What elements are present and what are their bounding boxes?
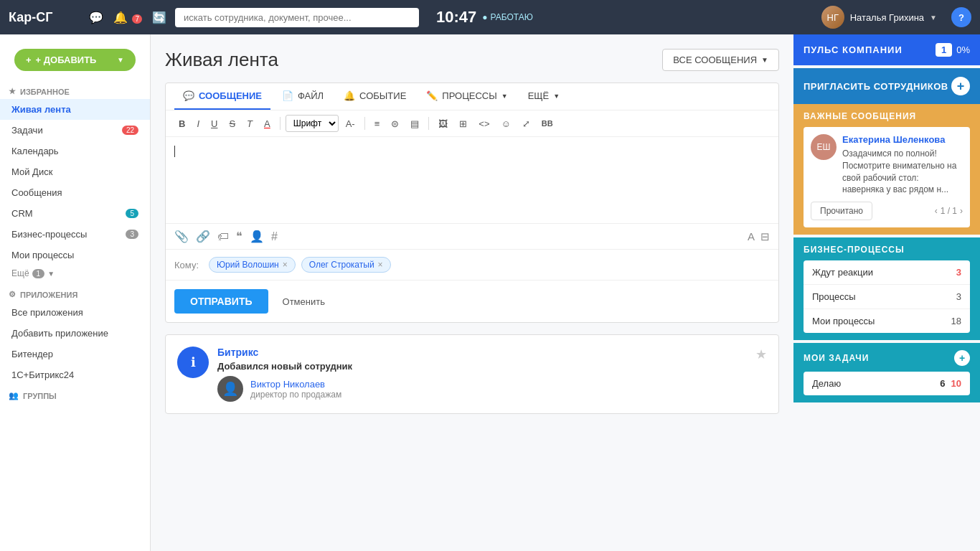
tasks-badge: 22 bbox=[122, 126, 138, 135]
recipient-1-name: Юрий Волошин bbox=[217, 260, 279, 270]
favorites-section[interactable]: ★ ИЗБРАННОЕ bbox=[0, 81, 150, 99]
notification-badge: 7 bbox=[132, 14, 142, 24]
sidebar-item-messages[interactable]: Сообщения bbox=[0, 182, 150, 203]
read-button[interactable]: Прочитано bbox=[811, 202, 872, 220]
tag-icon[interactable]: 🏷 bbox=[217, 230, 229, 243]
emoji-button[interactable]: ☺ bbox=[496, 116, 514, 131]
user-menu[interactable]: НГ Наталья Грихина ▼ bbox=[821, 6, 937, 29]
sidebar-item-allapps[interactable]: Все приложения bbox=[0, 302, 150, 323]
recipient-chip-2[interactable]: Олег Строкатый × bbox=[301, 257, 391, 273]
tab-event[interactable]: 🔔 СОБЫТИЕ bbox=[335, 83, 415, 110]
send-button[interactable]: ОТПРАВИТЬ bbox=[174, 289, 268, 314]
invite-plus-button[interactable]: + bbox=[951, 77, 970, 95]
font-size-button[interactable]: А- bbox=[341, 116, 359, 131]
sidebar-item-tasks[interactable]: Задачи 22 bbox=[0, 120, 150, 141]
bizproc-row-3[interactable]: Мои процессы 18 bbox=[804, 309, 970, 333]
topbar: Кар-СГ 💬 🔔 7 🔄 10:47 ● РАБОТАЮ НГ Наталь… bbox=[0, 0, 980, 34]
sidebar-item-bitrix24[interactable]: 1С+Битрикс24 bbox=[0, 364, 150, 385]
sidebar-item-disk[interactable]: Мой Диск bbox=[0, 161, 150, 182]
help-button[interactable]: ? bbox=[951, 7, 971, 27]
table-button[interactable]: ⊞ bbox=[455, 116, 471, 131]
recipient-2-remove[interactable]: × bbox=[378, 260, 383, 270]
bizproc-label-2: Процессы bbox=[812, 291, 856, 302]
font-selector[interactable]: Шрифт bbox=[286, 115, 339, 132]
tab-file[interactable]: 📄 ФАЙЛ bbox=[273, 83, 332, 110]
sidebar-item-bitender[interactable]: Битендер bbox=[0, 344, 150, 364]
expand-editor-icon[interactable]: ⊟ bbox=[760, 230, 770, 243]
important-username[interactable]: Екатерина Шеленкова bbox=[842, 134, 963, 145]
status-display[interactable]: ● РАБОТАЮ bbox=[482, 12, 533, 22]
bold-button[interactable]: B bbox=[174, 116, 189, 131]
recipient-chip-1[interactable]: Юрий Волошин × bbox=[209, 257, 296, 273]
favorites-label: ИЗБРАННОЕ bbox=[20, 88, 70, 96]
topbar-icons: 💬 🔔 7 🔄 bbox=[89, 11, 166, 24]
sidebar-item-myproc[interactable]: Мои процессы bbox=[0, 245, 150, 265]
tasks-count-1: 6 bbox=[940, 378, 945, 389]
bullet-list-button[interactable]: ⊜ bbox=[387, 116, 403, 131]
sidebar-item-addapp[interactable]: Добавить приложение bbox=[0, 323, 150, 344]
notifications-icon[interactable]: 🔔 7 bbox=[113, 11, 142, 24]
ordered-list-button[interactable]: ≡ bbox=[370, 116, 385, 131]
attach-icon[interactable]: 📎 bbox=[174, 230, 189, 243]
text-format-icon[interactable]: A bbox=[748, 230, 755, 242]
post-avatar: ℹ bbox=[177, 347, 209, 378]
updates-icon[interactable]: 🔄 bbox=[152, 11, 166, 24]
italic2-button[interactable]: T bbox=[242, 116, 257, 131]
tab-more[interactable]: ЕЩЁ ▼ bbox=[519, 83, 568, 110]
search-input[interactable] bbox=[175, 8, 419, 27]
sidebar-item-calendar[interactable]: Календарь bbox=[0, 141, 150, 161]
tab-processes[interactable]: ✏️ ПРОЦЕССЫ ▼ bbox=[418, 83, 516, 110]
tasks-section-title: МОИ ЗАДАЧИ bbox=[804, 353, 869, 363]
recipient-1-remove[interactable]: × bbox=[283, 260, 288, 270]
tasks-row-1[interactable]: Делаю 6 10 bbox=[804, 372, 970, 395]
color-button[interactable]: A bbox=[260, 116, 275, 131]
person-name[interactable]: Виктор Николаев bbox=[250, 379, 341, 390]
status-dot: ● bbox=[482, 12, 487, 22]
username-label: Наталья Грихина bbox=[850, 12, 924, 23]
cancel-button[interactable]: Отменить bbox=[277, 290, 331, 314]
apps-section[interactable]: ⚙ ПРИЛОЖЕНИЯ bbox=[0, 284, 150, 302]
underline-button[interactable]: U bbox=[207, 116, 222, 131]
bizproc-label: Бизнес-процессы bbox=[11, 229, 87, 240]
status-label: РАБОТАЮ bbox=[491, 12, 533, 22]
strikethrough-button[interactable]: S bbox=[225, 116, 240, 131]
mention-icon[interactable]: 👤 bbox=[250, 230, 264, 243]
tasks-header: МОИ ЗАДАЧИ + bbox=[804, 350, 970, 366]
chat-icon[interactable]: 💬 bbox=[89, 11, 103, 24]
add-button[interactable]: ++ ДОБАВИТЬ ▼ bbox=[14, 49, 136, 71]
to-row: Кому: Юрий Волошин × Олег Строкатый × bbox=[166, 249, 778, 280]
sidebar-item-crm[interactable]: CRM 5 bbox=[0, 203, 150, 224]
proc-tab-label: ПРОЦЕССЫ bbox=[442, 90, 496, 101]
italic-button[interactable]: I bbox=[192, 116, 204, 131]
next-page-icon[interactable]: › bbox=[960, 206, 963, 216]
hyperlink-icon[interactable]: 🔗 bbox=[196, 230, 210, 243]
post-star-button[interactable]: ★ bbox=[755, 347, 767, 402]
page-nav: ‹ 1 / 1 › bbox=[935, 206, 963, 216]
sidebar-more[interactable]: Ещё 1 ▼ bbox=[0, 265, 150, 284]
bb-button[interactable]: BB bbox=[537, 117, 557, 130]
align-button[interactable]: ▤ bbox=[406, 116, 423, 131]
link-button[interactable]: <> bbox=[474, 116, 494, 131]
quote-icon[interactable]: ❝ bbox=[236, 230, 242, 243]
event-tab-label: СОБЫТИЕ bbox=[359, 90, 406, 101]
allapps-label: Все приложения bbox=[11, 307, 83, 318]
prev-page-icon[interactable]: ‹ bbox=[935, 206, 938, 216]
sidebar-item-bizproc[interactable]: Бизнес-процессы 3 bbox=[0, 224, 150, 245]
action-row: ОТПРАВИТЬ Отменить bbox=[166, 280, 778, 322]
sidebar-item-feed[interactable]: Живая лента bbox=[0, 99, 150, 120]
tab-message[interactable]: 💬 СООБЩЕНИЕ bbox=[174, 83, 270, 110]
image-button[interactable]: 🖼 bbox=[434, 116, 452, 131]
expand-button[interactable]: ⤢ bbox=[518, 116, 534, 131]
filter-button[interactable]: ВСЕ СООБЩЕНИЯ ▼ bbox=[662, 49, 779, 71]
bizproc-row-2[interactable]: Процессы 3 bbox=[804, 285, 970, 309]
tasks-plus-button[interactable]: + bbox=[954, 350, 970, 366]
editor-area[interactable] bbox=[166, 137, 778, 223]
important-content: ЕШ Екатерина Шеленкова Озадачимся по пол… bbox=[804, 127, 970, 227]
message-tab-icon: 💬 bbox=[183, 90, 194, 101]
bizproc-row-1[interactable]: Ждут реакции 3 bbox=[804, 260, 970, 285]
hashtag-icon[interactable]: # bbox=[271, 230, 278, 243]
post-author: Битрикс bbox=[217, 347, 747, 358]
message-tab-label: СООБЩЕНИЕ bbox=[199, 90, 262, 101]
groups-section[interactable]: 👥 ГРУППЫ bbox=[0, 385, 150, 403]
post-author-name[interactable]: Битрикс bbox=[217, 347, 258, 358]
